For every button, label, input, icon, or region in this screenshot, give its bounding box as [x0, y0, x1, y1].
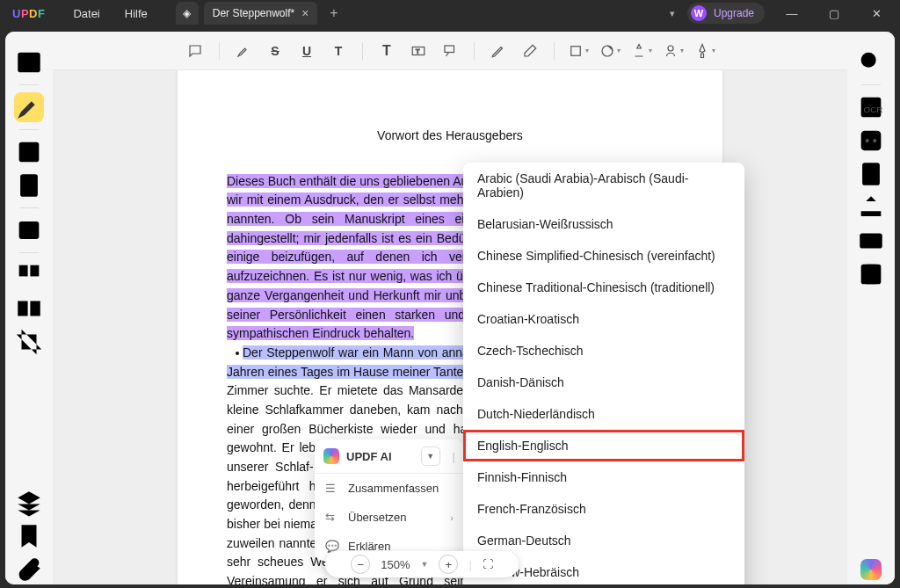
search-icon[interactable]: [856, 47, 886, 77]
save-icon[interactable]: [856, 259, 886, 289]
lang-item[interactable]: Danish-Dänisch: [463, 367, 744, 398]
zoom-control: − 150% ▼ + | ⛶: [325, 551, 519, 577]
menu-help[interactable]: Hilfe: [125, 7, 148, 20]
tab-document[interactable]: Der Steppenwolf* ×: [204, 2, 318, 25]
window-close-button[interactable]: ✕: [861, 7, 891, 20]
page-tool-icon[interactable]: [14, 171, 44, 200]
annotation-toolbar: S U T T T ▾ ▾ ▾ ▾ ▾: [53, 32, 847, 70]
chapter-heading: Vorwort des Herausgebers: [227, 127, 673, 146]
lang-item-english[interactable]: English-Englisch: [463, 430, 744, 461]
callout-tool-icon[interactable]: [437, 38, 463, 64]
lang-item[interactable]: Belarusian-Weißrussisch: [463, 208, 744, 240]
lang-item[interactable]: Czech-Tschechisch: [463, 335, 744, 367]
tab-close-icon[interactable]: ×: [301, 6, 308, 20]
attachment-icon[interactable]: [14, 555, 44, 584]
svg-point-19: [873, 139, 876, 142]
zoom-level: 150%: [381, 558, 410, 571]
lang-item[interactable]: Finnish-Finnisch: [463, 461, 744, 493]
tab-home[interactable]: ◈: [176, 2, 199, 25]
app-logo: UPDF: [0, 7, 57, 20]
compare-tool-icon[interactable]: [14, 294, 44, 323]
svg-rect-11: [571, 46, 581, 55]
zoom-out-button[interactable]: −: [351, 555, 370, 574]
text-tool-icon[interactable]: T: [374, 38, 400, 64]
layers-icon[interactable]: [14, 488, 44, 518]
ai-popup-dropdown-icon[interactable]: ▼: [421, 446, 440, 466]
pencil-tool-icon[interactable]: [485, 38, 512, 64]
dropdown-icon[interactable]: ▾: [670, 8, 675, 19]
ocr-icon[interactable]: OCR: [856, 92, 886, 122]
window-minimize-button[interactable]: —: [777, 7, 807, 20]
titlebar: UPDF Datei Hilfe ◈ Der Steppenwolf* × + …: [0, 0, 900, 26]
ai-popup-title: UPDF AI: [346, 450, 414, 463]
upgrade-label: Upgrade: [714, 7, 754, 19]
zoom-in-button[interactable]: +: [439, 555, 458, 574]
svg-text:OCR: OCR: [864, 105, 883, 114]
chevron-right-icon: ›: [450, 512, 454, 523]
textbox-tool-icon[interactable]: T: [405, 38, 432, 64]
strikethrough-icon[interactable]: S: [262, 38, 288, 64]
form-tool-icon[interactable]: [14, 215, 44, 245]
svg-rect-6: [18, 301, 27, 316]
left-sidebar: [5, 32, 53, 584]
window-maximize-button[interactable]: ▢: [819, 7, 849, 20]
stamp-tool-icon[interactable]: ▾: [628, 38, 655, 64]
main-menu: Datei Hilfe: [73, 7, 147, 20]
reader-mode-icon[interactable]: [14, 47, 44, 77]
svg-rect-5: [30, 265, 39, 277]
comment-tool-icon[interactable]: [182, 38, 208, 64]
ai-context-menu: UPDF AI ▼ | ☰ Zusammenfassen ⇆ Übersetze…: [315, 439, 464, 561]
svg-text:T: T: [416, 47, 420, 55]
share-icon[interactable]: [856, 192, 886, 222]
svg-rect-17: [861, 131, 882, 151]
lang-item[interactable]: Croatian-Kroatisch: [463, 303, 744, 335]
svg-rect-0: [18, 53, 40, 73]
upgrade-button[interactable]: W Upgrade: [687, 3, 765, 24]
squiggly-icon[interactable]: T: [325, 38, 352, 64]
sticker-tool-icon[interactable]: ▾: [597, 38, 623, 64]
email-icon[interactable]: [856, 226, 886, 256]
pen-tool-icon[interactable]: ▾: [692, 38, 718, 64]
signature-tool-icon[interactable]: ▾: [660, 38, 686, 64]
fit-page-icon[interactable]: ⛶: [483, 558, 493, 570]
svg-rect-3: [19, 221, 40, 239]
zoom-caret-icon[interactable]: ▼: [420, 560, 428, 569]
document-area: S U T T T ▾ ▾ ▾ ▾ ▾ Vorwort des Herausge: [53, 32, 847, 584]
protect-icon[interactable]: [856, 159, 886, 189]
eraser-tool-icon[interactable]: [517, 38, 543, 64]
svg-point-14: [861, 53, 876, 68]
shape-tool-icon[interactable]: ▾: [565, 38, 592, 64]
ai-popup-header: UPDF AI ▼ |: [315, 439, 464, 474]
ai-summarize-item[interactable]: ☰ Zusammenfassen: [315, 474, 464, 503]
new-tab-button[interactable]: +: [323, 5, 345, 21]
crop-tool-icon[interactable]: [14, 327, 44, 357]
updf-ai-button[interactable]: [856, 555, 886, 584]
svg-rect-21: [867, 173, 875, 179]
ai-translate-label: Übersetzen: [348, 511, 406, 524]
upgrade-badge-icon: W: [691, 5, 707, 21]
highlight-tool-icon[interactable]: [14, 92, 44, 122]
ai-assistant-icon[interactable]: [856, 126, 886, 156]
svg-point-18: [866, 139, 869, 142]
svg-rect-7: [30, 301, 40, 316]
lang-item[interactable]: Chinese Traditional-Chinesisch (traditio…: [463, 272, 744, 303]
tab-bar: ◈ Der Steppenwolf* × +: [176, 0, 345, 26]
updf-ai-logo-icon: [323, 448, 339, 464]
ai-summarize-label: Zusammenfassen: [348, 482, 439, 495]
organize-tool-icon[interactable]: [14, 260, 44, 290]
lang-item[interactable]: Arabic (Saudi Arabia)-Arabisch (Saudi-Ar…: [463, 163, 744, 208]
translate-icon: ⇆: [325, 511, 339, 524]
lang-item[interactable]: French-Französisch: [463, 493, 744, 525]
lang-item[interactable]: Dutch-Niederländisch: [463, 398, 744, 430]
ai-popup-sep: |: [453, 450, 455, 463]
highlighter-icon[interactable]: [230, 38, 257, 64]
svg-rect-4: [19, 265, 28, 277]
underline-icon[interactable]: U: [294, 38, 320, 64]
lang-item[interactable]: Chinese Simplified-Chinesisch (vereinfac…: [463, 240, 744, 272]
edit-tool-icon[interactable]: [14, 137, 44, 167]
bookmark-icon[interactable]: [14, 521, 44, 551]
list-icon: ☰: [325, 482, 339, 495]
menu-file[interactable]: Datei: [73, 7, 99, 20]
ai-translate-item[interactable]: ⇆ Übersetzen ›: [315, 503, 464, 532]
svg-rect-1: [19, 142, 40, 163]
